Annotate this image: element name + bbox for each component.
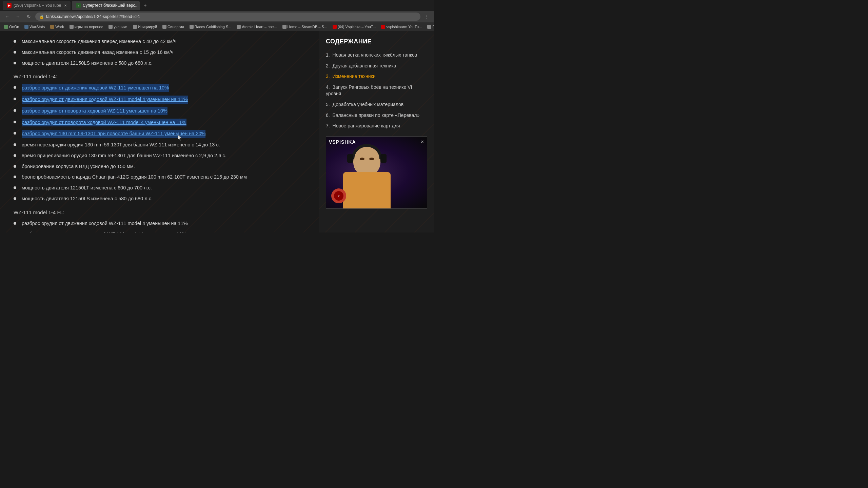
bullet-text: мощность двигателя 12150LS изменена с 58… xyxy=(22,195,153,203)
forward-button[interactable]: → xyxy=(14,12,22,21)
bullet-text-highlighted[interactable]: разброс орудия от движения ходовой WZ-11… xyxy=(22,84,169,92)
svg-marker-0 xyxy=(178,135,182,141)
bookmark-onon[interactable]: OnOn xyxy=(3,25,20,29)
bookmark-label-vspishkaarm: vspishkaarm YouTu... xyxy=(386,25,422,29)
toc-number-3: 3. xyxy=(326,74,330,79)
bookmark-races[interactable]: Races Goldfishing S... xyxy=(188,25,233,29)
bookmark-label-youtube64: (64) Vspishka – YouT... xyxy=(338,25,376,29)
bookmark-label-panel: Панель управления xyxy=(432,25,434,29)
toc-item-6[interactable]: 6. Балансные правки по карте «Перевал» xyxy=(326,112,427,119)
bookmark-atomic[interactable]: Atomic Heart – пре... xyxy=(235,25,278,29)
toc-text-6: Балансные правки по карте «Перевал» xyxy=(333,113,420,118)
bookmark-icon-students xyxy=(108,25,113,29)
bullet-dot xyxy=(14,165,16,168)
toc-item-3[interactable]: 3. Изменение техники xyxy=(326,73,427,80)
toolbar: ← → ↻ 🔒 tanks.su/ru/news/updates/1-24-su… xyxy=(0,11,434,22)
toc-text-2: Другая добавленная техника xyxy=(333,63,396,68)
bullet-text-highlighted[interactable]: разброс орудия от поворота ходовой WZ-11… xyxy=(22,107,167,115)
bookmark-work[interactable]: Work xyxy=(49,25,65,29)
toc-number-5: 5. xyxy=(326,102,330,107)
bookmark-icon-steamdb xyxy=(282,25,287,29)
bookmark-synergy[interactable]: Синергия xyxy=(161,25,185,29)
bullet-dot xyxy=(14,132,16,135)
bookmark-icon-synergy xyxy=(162,25,166,29)
tab-youtube[interactable]: ▶ (290) Vspishka – YouTube ✕ xyxy=(3,1,71,10)
bookmark-icon-work xyxy=(50,25,54,29)
content-inner: максимальная скорость движения вперед из… xyxy=(14,38,305,232)
toc-item-2[interactable]: 2. Другая добавленная техника xyxy=(326,63,427,69)
bookmark-warstats[interactable]: WarStats xyxy=(23,25,46,29)
toc-number-1: 1. xyxy=(326,52,330,58)
toc-title: СОДЕРЖАНИЕ xyxy=(326,38,427,45)
bookmark-icon-initiate xyxy=(133,25,137,29)
toc-text-3: Изменение техники xyxy=(333,74,376,79)
bullet-dot xyxy=(14,176,16,178)
bookmark-panel[interactable]: Панель управления xyxy=(426,25,434,29)
bullet-text-highlighted[interactable]: разброс орудия от поворота ходовой WZ-11… xyxy=(22,119,186,127)
bookmark-label-atomic: Atomic Heart – пре... xyxy=(242,25,277,29)
bookmark-initiate[interactable]: Инициируй xyxy=(132,25,158,29)
list-item: разброс орудия от поворота ходовой WZ-11… xyxy=(14,119,305,127)
bookmark-games[interactable]: игры на перенос xyxy=(68,25,105,29)
bullet-dot xyxy=(14,222,16,225)
toc-number-7: 7. xyxy=(326,123,330,128)
toc-item-1[interactable]: 1. Новая ветка японских тяжёлых танков xyxy=(326,52,427,59)
toc-number-2: 2. xyxy=(326,63,330,68)
bullet-text: мощность двигателя 12150LT изменена с 60… xyxy=(22,184,152,192)
bullet-dot xyxy=(14,186,16,189)
bookmark-label-synergy: Синергия xyxy=(167,25,184,29)
bookmark-students[interactable]: ученики xyxy=(107,25,129,29)
bookmark-vspishkaarm[interactable]: vspishkaarm YouTu... xyxy=(380,25,423,29)
bookmark-label-students: ученики xyxy=(114,25,127,29)
toc-item-5[interactable]: 5. Доработка учебных материалов xyxy=(326,101,427,108)
bullet-text: время прицеливания орудия 130 mm 59-130T… xyxy=(22,152,226,160)
webcam-close-button[interactable]: ✕ xyxy=(420,139,424,144)
bullet-text: разброс орудия от поворота ходовой WZ-11… xyxy=(22,230,186,232)
toc-item-7[interactable]: 7. Новое ранжирование карт для xyxy=(326,123,427,129)
bookmark-label-games: игры на перенос xyxy=(75,25,103,29)
webcam-overlay: VSPISHKA ✕ V xyxy=(326,136,427,209)
toc-list: 1. Новая ветка японских тяжёлых танков 2… xyxy=(326,52,427,129)
bullet-text-highlighted[interactable]: разброс орудия от движения ходовой WZ-11… xyxy=(22,96,188,104)
extensions-button[interactable]: ⋮ xyxy=(422,12,431,21)
tab-close-youtube[interactable]: ✕ xyxy=(63,3,68,8)
reload-button[interactable]: ↻ xyxy=(24,12,33,21)
bullet-text: максимальная скорость движения назад изм… xyxy=(22,49,173,56)
bullet-text: бронирование корпуса в ВЛД усилено до 15… xyxy=(22,163,135,170)
toc-item-4[interactable]: 4. Запуск Ранговых боёв на технике VI ур… xyxy=(326,84,427,97)
bookmark-icon-panel xyxy=(427,25,431,29)
list-item: разброс орудия от поворота ходовой WZ-11… xyxy=(14,107,305,115)
address-bar[interactable]: 🔒 tanks.su/ru/news/updates/1-24-supertes… xyxy=(35,13,420,21)
tab-supertest[interactable]: T Супертест ближайшей верс... ✕ xyxy=(72,1,140,10)
back-button[interactable]: ← xyxy=(3,12,12,21)
lock-icon: 🔒 xyxy=(39,15,44,19)
bullet-text: разброс орудия от движения ходовой WZ-11… xyxy=(22,220,188,227)
bullet-dot xyxy=(14,86,16,89)
list-item: разброс орудия от поворота ходовой WZ-11… xyxy=(14,230,305,232)
bookmark-icon-youtube64 xyxy=(333,25,337,29)
bookmark-label-races: Races Goldfishing S... xyxy=(195,25,232,29)
bullet-dot xyxy=(14,154,16,157)
bookmark-youtube64[interactable]: (64) Vspishka – YouT... xyxy=(331,25,377,29)
url-text: tanks.su/ru/news/updates/1-24-supertest/… xyxy=(46,14,140,19)
webcam-label: VSPISHKA xyxy=(329,139,356,145)
bookmark-icon-games xyxy=(70,25,74,29)
new-tab-button[interactable]: + xyxy=(141,1,149,9)
bookmark-icon-atomic xyxy=(237,25,241,29)
bullet-dot xyxy=(14,98,16,100)
list-item: время прицеливания орудия 130 mm 59-130T… xyxy=(14,152,305,160)
list-item: максимальная скорость движения вперед из… xyxy=(14,38,305,45)
list-item: бронепробиваемость снаряда Chuan jian-41… xyxy=(14,174,305,181)
section2-bullets: разброс орудия от движения ходовой WZ-11… xyxy=(14,84,305,202)
tab-favicon-supertest: T xyxy=(76,3,81,8)
bookmark-label-work: Work xyxy=(55,25,64,29)
bullet-dot xyxy=(14,51,16,54)
bookmark-icon-vspishkaarm xyxy=(381,25,385,29)
sidebar-inner: СОДЕРЖАНИЕ 1. Новая ветка японских тяжёл… xyxy=(326,38,427,209)
tab-bar: ▶ (290) Vspishka – YouTube ✕ T Супертест… xyxy=(0,0,434,11)
bullet-dot xyxy=(14,121,16,123)
bookmark-label-onon: OnOn xyxy=(9,25,19,29)
bullets-above: максимальная скорость движения вперед из… xyxy=(14,38,305,67)
section2-title: WZ-111 model 1-4: xyxy=(14,74,305,79)
bookmark-steamdb[interactable]: Home – SteamDB – S... xyxy=(281,25,329,29)
